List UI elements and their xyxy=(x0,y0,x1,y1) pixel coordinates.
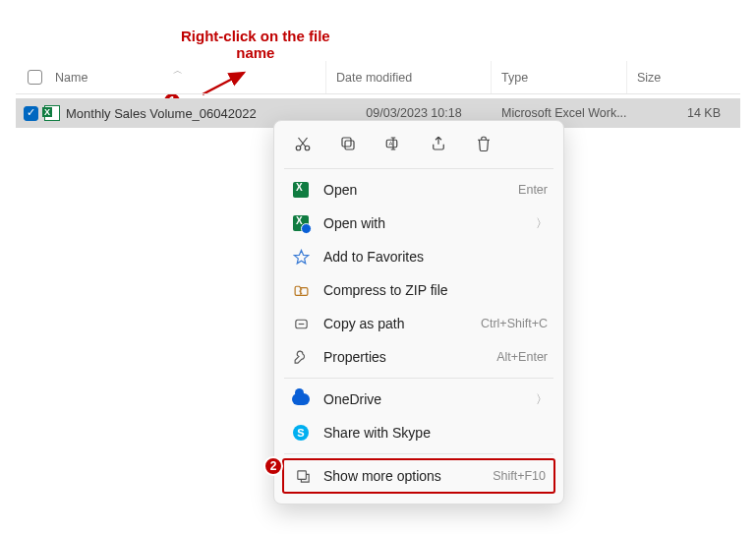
column-label: Name xyxy=(55,71,87,85)
chevron-right-icon: 〉 xyxy=(536,215,548,232)
annotation-badge-2: 2 xyxy=(263,456,283,476)
column-header-date[interactable]: Date modified xyxy=(326,61,492,93)
more-options-icon xyxy=(292,468,314,485)
context-iconbar: A xyxy=(274,127,563,164)
delete-icon[interactable] xyxy=(473,133,494,154)
menu-open-with[interactable]: Open with 〉 xyxy=(274,207,563,240)
chevron-right-icon: 〉 xyxy=(536,391,548,408)
menu-properties[interactable]: Properties Alt+Enter xyxy=(274,340,563,374)
cut-icon[interactable] xyxy=(292,133,314,154)
menu-separator xyxy=(284,378,553,379)
properties-icon xyxy=(290,349,312,366)
excel-share-icon xyxy=(290,215,312,231)
excel-file-icon xyxy=(44,105,60,121)
file-checkbox[interactable] xyxy=(24,106,38,121)
svg-point-2 xyxy=(305,146,310,150)
copy-path-icon xyxy=(290,316,312,332)
svg-rect-4 xyxy=(342,138,351,147)
column-header-type[interactable]: Type xyxy=(492,61,627,93)
menu-show-more-options[interactable]: Show more options Shift+F10 xyxy=(282,458,555,494)
file-size: 14 KB xyxy=(627,98,740,128)
menu-separator xyxy=(284,168,553,169)
context-menu: A Open Enter Open with 〉 Add to Favorite… xyxy=(273,120,564,504)
share-icon[interactable] xyxy=(428,133,449,154)
select-all-checkbox[interactable] xyxy=(28,70,42,85)
zip-icon xyxy=(290,282,312,299)
menu-onedrive[interactable]: OneDrive 〉 xyxy=(274,383,563,416)
svg-text:A: A xyxy=(389,141,393,147)
svg-marker-7 xyxy=(294,250,308,263)
menu-share-skype[interactable]: S Share with Skype xyxy=(274,416,563,449)
menu-add-favorites[interactable]: Add to Favorites xyxy=(274,240,563,273)
menu-separator xyxy=(284,453,553,454)
sort-ascending-icon: ︿ xyxy=(173,64,183,78)
column-header-row: Name ︿ Date modified Type Size xyxy=(16,61,740,94)
column-header-name[interactable]: Name ︿ xyxy=(16,61,326,93)
column-header-size[interactable]: Size xyxy=(627,61,740,93)
menu-open[interactable]: Open Enter xyxy=(274,173,563,207)
annotation-text: Right-click on the filename xyxy=(181,28,330,61)
menu-copy-path[interactable]: Copy as path Ctrl+Shift+C xyxy=(274,307,563,340)
onedrive-icon xyxy=(290,393,312,405)
svg-rect-9 xyxy=(297,470,306,479)
menu-compress-zip[interactable]: Compress to ZIP file xyxy=(274,273,563,307)
excel-icon xyxy=(290,182,312,198)
file-name: Monthly Sales Volume_06042022 xyxy=(66,106,257,121)
star-icon xyxy=(290,249,312,266)
svg-rect-3 xyxy=(345,141,354,149)
skype-icon: S xyxy=(290,425,312,441)
svg-point-1 xyxy=(296,146,301,150)
rename-icon[interactable]: A xyxy=(382,133,404,154)
copy-icon[interactable] xyxy=(337,133,359,154)
